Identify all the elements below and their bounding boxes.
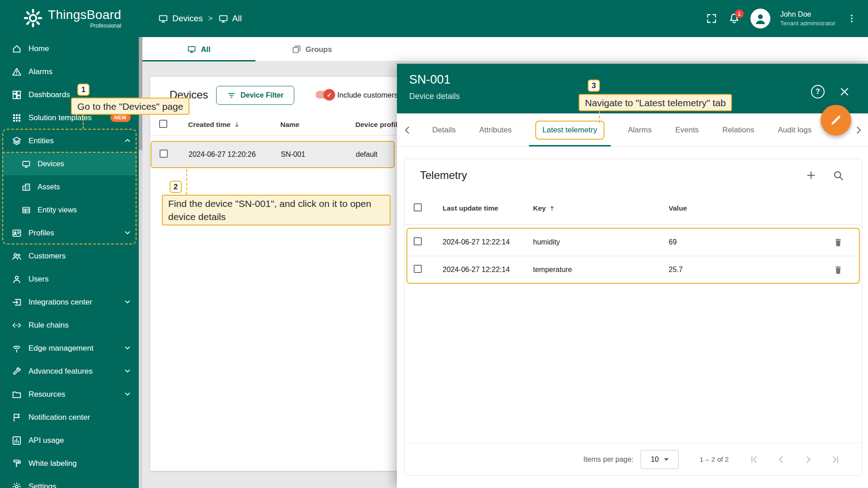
items-per-page-select[interactable]: 10 [641, 450, 679, 469]
sidebar-item-dashboards[interactable]: Dashboards [0, 83, 139, 106]
row-checkbox[interactable] [414, 237, 422, 245]
sidebar-item-profiles[interactable]: Profiles [0, 221, 139, 244]
tabs-scroll-right-icon[interactable] [853, 124, 864, 136]
tab-all[interactable]: All [142, 37, 255, 61]
sidebar-item-advanced-features[interactable]: Advanced features [0, 360, 139, 383]
sidebar-item-entities[interactable]: Entities [0, 129, 139, 152]
cell-device-name: SN-001 [281, 150, 356, 159]
entity-tabbar: All Groups [142, 37, 868, 61]
edit-fab-button[interactable] [821, 105, 851, 136]
sidebar-item-label: Assets [38, 183, 60, 191]
sidebar-item-solution-templates[interactable]: Solution templates NEW [0, 106, 139, 129]
first-page-icon[interactable] [749, 454, 760, 465]
sidebar-item-rule-chains[interactable]: Rule chains [0, 314, 139, 337]
column-name[interactable]: Name [280, 121, 355, 129]
telemetry-paginator: Items per page: 10 1 – 2 of 2 [405, 443, 862, 475]
sidebar-item-label: Edge management [28, 344, 94, 353]
include-customers-toggle[interactable]: ✓ [316, 91, 334, 99]
search-icon[interactable] [832, 169, 844, 181]
sidebar-item-label: Customers [28, 252, 66, 261]
tab-groups[interactable]: Groups [255, 37, 368, 61]
previous-page-icon[interactable] [776, 454, 787, 465]
edge-icon [12, 343, 22, 353]
sidebar-item-label: Resources [28, 390, 65, 399]
chevron-down-icon [123, 366, 132, 376]
breadcrumb-separator: > [208, 14, 213, 23]
app-logo[interactable]: ThingsBoard Professional [23, 8, 121, 29]
profiles-icon [12, 228, 22, 238]
pencil-icon [829, 113, 843, 127]
delete-trash-icon[interactable] [833, 237, 843, 247]
tab-events[interactable]: Events [664, 113, 711, 146]
users-icon [12, 274, 22, 284]
sidebar-nav: Home Alarms Dashboards Solution template… [0, 37, 139, 488]
next-page-icon[interactable] [803, 454, 814, 465]
column-key[interactable]: Key [533, 204, 669, 212]
close-icon[interactable] [839, 86, 850, 98]
sidebar-item-alarms[interactable]: Alarms [0, 60, 139, 83]
white-labeling-icon [12, 459, 22, 469]
breadcrumb-section-label: Devices [172, 14, 203, 23]
sidebar-item-white-labeling[interactable]: White labeling [0, 452, 139, 475]
drawer-subtitle: Device details [409, 92, 460, 101]
chevron-up-icon [123, 136, 132, 145]
user-info[interactable]: John Doe Tenant administrator [780, 9, 835, 28]
notifications-bell-icon[interactable]: 1 [728, 12, 741, 25]
sidebar-item-label: White labeling [28, 459, 77, 468]
sidebar-scrollbar[interactable] [139, 37, 142, 488]
row-checkbox[interactable] [160, 150, 168, 158]
breadcrumb-devices[interactable]: Devices [158, 14, 203, 23]
sidebar-item-resources[interactable]: Resources [0, 383, 139, 406]
select-all-checkbox[interactable] [159, 120, 167, 128]
tab-details[interactable]: Details [420, 113, 467, 146]
new-badge: NEW [110, 113, 131, 122]
tab-audit-logs[interactable]: Audit logs [766, 113, 824, 146]
sidebar-item-notification-center[interactable]: Notification center [0, 406, 139, 429]
sidebar-item-users[interactable]: Users [0, 267, 139, 291]
device-table-row[interactable]: 2024-06-27 12:20:26 SN-001 default [151, 141, 395, 168]
telemetry-rows-highlight: 2024-06-27 12:22:14 humidity 69 2024-06-… [406, 228, 860, 284]
last-page-icon[interactable] [830, 454, 841, 465]
sidebar-item-home[interactable]: Home [0, 37, 139, 60]
telemetry-row: 2024-06-27 12:22:14 humidity 69 [407, 229, 859, 256]
entity-views-icon [22, 206, 31, 215]
sidebar-item-settings[interactable]: Settings [0, 475, 139, 488]
row-checkbox[interactable] [414, 265, 422, 273]
device-filter-button[interactable]: Device Filter [216, 86, 294, 105]
sidebar-item-label: Home [28, 44, 49, 53]
sidebar-scrollbar-thumb[interactable] [139, 37, 142, 150]
sidebar-item-edge-management[interactable]: Edge management [0, 337, 139, 360]
sidebar-item-customers[interactable]: Customers [0, 244, 139, 267]
delete-trash-icon[interactable] [833, 265, 843, 275]
groups-icon [292, 45, 301, 54]
help-icon[interactable]: ? [811, 85, 825, 99]
tab-alarms[interactable]: Alarms [616, 113, 664, 146]
page-range-label: 1 – 2 of 2 [699, 455, 729, 464]
notification-count-badge: 1 [735, 9, 744, 18]
sidebar-item-label: Rule chains [28, 321, 69, 330]
drawer-header: SN-001 Device details ? [397, 64, 868, 113]
devices-title: Devices [170, 89, 208, 101]
sidebar-item-integrations-center[interactable]: Integrations center [0, 291, 139, 314]
select-all-checkbox[interactable] [414, 203, 422, 211]
tab-relations[interactable]: Relations [711, 113, 766, 146]
cell-created-time: 2024-06-27 12:20:26 [189, 150, 281, 159]
tabs-scroll-left-icon[interactable] [401, 124, 413, 136]
column-created-time[interactable]: Created time [188, 121, 280, 129]
tab-latest-telemetry[interactable]: Latest telemetry [524, 113, 616, 146]
kebab-menu-icon[interactable] [845, 12, 858, 25]
sidebar-item-entity-views[interactable]: Entity views [0, 198, 139, 221]
user-avatar[interactable] [750, 9, 770, 28]
devices-icon [22, 160, 31, 169]
sidebar-item-label: API usage [28, 436, 64, 445]
sidebar-item-assets[interactable]: Assets [0, 175, 139, 198]
breadcrumb-all[interactable]: All [218, 14, 242, 23]
add-telemetry-icon[interactable] [805, 169, 817, 181]
sidebar-item-devices[interactable]: Devices [2, 152, 137, 175]
api-usage-icon [12, 436, 22, 446]
drawer-title: SN-001 [409, 73, 451, 87]
tab-attributes[interactable]: Attributes [467, 113, 524, 146]
fullscreen-icon[interactable] [705, 12, 718, 25]
sidebar-item-api-usage[interactable]: API usage [0, 429, 139, 452]
tab-label: Groups [306, 45, 332, 54]
